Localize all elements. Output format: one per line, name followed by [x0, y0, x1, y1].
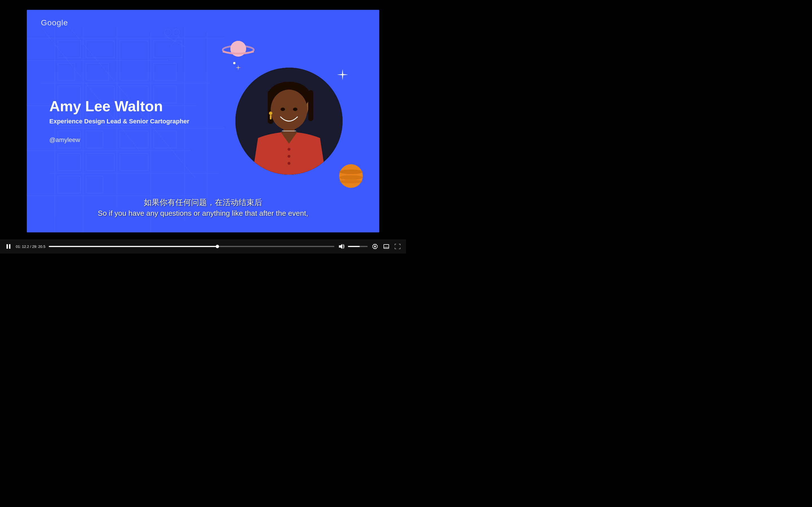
fullscreen-button[interactable] — [394, 242, 402, 250]
volume-bar[interactable] — [348, 246, 368, 247]
speaker-name: Amy Lee Walton — [49, 98, 189, 114]
svg-line-42 — [170, 36, 179, 47]
video-controls: 01: 12.2 / 29: 20.5 — [0, 239, 406, 253]
right-controls — [371, 242, 402, 250]
svg-point-40 — [173, 29, 180, 36]
svg-rect-22 — [154, 63, 176, 80]
star-large-icon — [337, 69, 348, 83]
settings-button[interactable] — [371, 242, 379, 250]
svg-rect-70 — [9, 244, 10, 249]
black-bar-left — [0, 15, 27, 239]
star-small-icon — [236, 65, 241, 71]
time-total: 29: 20.5 — [32, 244, 45, 249]
pause-button[interactable] — [4, 242, 12, 250]
svg-rect-36 — [120, 154, 148, 170]
time-separator: / — [30, 244, 31, 249]
svg-point-66 — [339, 170, 363, 174]
speaker-handle: @amyleew — [49, 136, 189, 144]
svg-rect-19 — [86, 63, 109, 80]
star-dot — [233, 62, 236, 64]
progress-thumb — [216, 245, 219, 248]
svg-point-54 — [293, 108, 297, 111]
speaker-title: Experience Design Lead & Senior Cartogra… — [49, 118, 189, 125]
planet-orange — [337, 162, 362, 187]
time-display: 01: 12.2 / 29: 20.5 — [16, 244, 45, 249]
svg-point-39 — [164, 29, 171, 36]
svg-point-59 — [288, 148, 290, 151]
speaker-photo — [236, 68, 343, 175]
volume-area — [338, 242, 368, 250]
svg-rect-38 — [86, 176, 103, 193]
google-logo: Google — [41, 18, 68, 27]
svg-point-60 — [288, 155, 290, 158]
svg-rect-34 — [58, 154, 80, 170]
volume-filled — [348, 246, 360, 247]
theater-button[interactable] — [382, 242, 390, 250]
svg-point-61 — [288, 162, 290, 165]
svg-rect-21 — [154, 41, 182, 58]
progress-bar[interactable] — [49, 246, 335, 247]
svg-rect-17 — [86, 41, 114, 58]
subtitles-area: 如果你有任何问题，在活动结束后 So if you have any quest… — [27, 197, 379, 218]
svg-point-55 — [269, 112, 272, 115]
svg-point-67 — [339, 175, 363, 180]
svg-rect-56 — [270, 115, 271, 119]
black-bar-right — [379, 15, 406, 239]
speaker-info: Amy Lee Walton Experience Design Lead & … — [49, 98, 189, 144]
progress-filled — [49, 246, 217, 247]
svg-rect-69 — [6, 244, 8, 249]
planet-pink — [221, 38, 244, 61]
svg-marker-71 — [339, 244, 342, 249]
person-svg — [236, 68, 343, 175]
svg-point-72 — [374, 245, 376, 247]
svg-rect-35 — [86, 154, 114, 170]
svg-rect-37 — [58, 176, 80, 193]
video-player: Google Amy Lee Walton Experience Design … — [0, 0, 406, 253]
svg-point-52 — [271, 90, 307, 130]
subtitle-chinese: 如果你有任何问题，在活动结束后 — [33, 197, 373, 208]
svg-rect-16 — [58, 41, 80, 58]
svg-point-53 — [281, 108, 285, 111]
time-current: 01: 12.2 — [16, 244, 29, 249]
svg-rect-51 — [308, 90, 313, 121]
subtitle-english: So if you have any questions or anything… — [33, 209, 373, 218]
svg-point-68 — [339, 180, 363, 183]
person-bg — [236, 68, 343, 175]
svg-rect-73 — [384, 244, 389, 248]
volume-button[interactable] — [338, 242, 346, 250]
slide-content: Google Amy Lee Walton Experience Design … — [27, 10, 379, 232]
